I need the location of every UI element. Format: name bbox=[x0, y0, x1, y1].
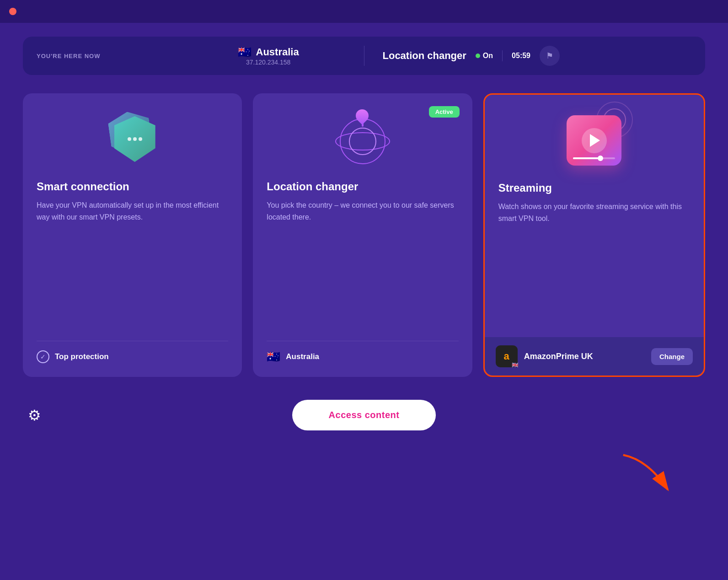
pin-head bbox=[353, 107, 371, 125]
location-changer-title: Location changer bbox=[267, 180, 458, 193]
header-right: Location changer On 05:59 ⚑ bbox=[383, 46, 692, 66]
location-changer-footer: 🇦🇺 Australia bbox=[267, 341, 458, 363]
country-flag: 🇦🇺 bbox=[238, 46, 252, 59]
streaming-card[interactable]: Streaming Watch shows on your favorite s… bbox=[483, 93, 705, 377]
streaming-device-icon bbox=[567, 115, 621, 166]
smart-connection-card[interactable]: Smart connection Have your VPN automatic… bbox=[23, 93, 242, 377]
ip-address: 37.120.234.158 bbox=[246, 59, 290, 66]
amazon-letter: a bbox=[504, 350, 509, 362]
streaming-icon-area bbox=[498, 108, 690, 172]
play-circle-icon bbox=[582, 128, 607, 153]
arrow-annotation bbox=[618, 450, 678, 500]
shield-dot bbox=[133, 137, 137, 141]
footer-country: Australia bbox=[286, 352, 319, 361]
status-dot bbox=[476, 54, 480, 58]
header: YOU'RE HERE NOW 🇦🇺 Australia 37.120.234.… bbox=[23, 37, 705, 75]
country-name: Australia bbox=[256, 46, 299, 58]
amazon-logo: a 🇬🇧 bbox=[496, 345, 518, 367]
flag-button[interactable]: ⚑ bbox=[540, 46, 560, 66]
timer: 05:59 bbox=[512, 52, 530, 60]
location-changer-desc: You pick the country – we connect you to… bbox=[267, 199, 458, 341]
protection-label: Top protection bbox=[55, 352, 109, 361]
streaming-footer: a 🇬🇧 AmazonPrime UK Change bbox=[485, 337, 704, 376]
play-triangle-icon bbox=[590, 134, 600, 147]
streaming-desc: Watch shows on your favorite streaming s… bbox=[498, 201, 690, 337]
vpn-status: On bbox=[476, 52, 493, 60]
close-button[interactable] bbox=[9, 8, 16, 15]
globe-inner-icon bbox=[349, 128, 376, 155]
location-pin-icon bbox=[356, 109, 369, 128]
streaming-service-name: AmazonPrime UK bbox=[524, 352, 645, 361]
progress-bar-area bbox=[573, 157, 615, 159]
protection-shield-icon: ✓ bbox=[37, 350, 49, 363]
bottom-area: ⚙ Access content bbox=[0, 400, 728, 430]
title-bar bbox=[0, 0, 728, 23]
progress-track bbox=[573, 157, 615, 159]
progress-thumb bbox=[598, 156, 603, 161]
cards-area: Smart connection Have your VPN automatic… bbox=[23, 93, 705, 377]
amazon-flag: 🇬🇧 bbox=[512, 362, 519, 368]
you-are-here-label: YOU'RE HERE NOW bbox=[37, 53, 191, 59]
location-changer-header-label: Location changer bbox=[383, 50, 466, 62]
active-badge: Active bbox=[429, 106, 460, 118]
smart-connection-footer: ✓ Top protection bbox=[37, 341, 228, 363]
smart-connection-desc: Have your VPN automatically set up in th… bbox=[37, 199, 228, 341]
smart-connection-title: Smart connection bbox=[37, 180, 228, 193]
change-service-button[interactable]: Change bbox=[651, 348, 693, 365]
smart-connection-illustration bbox=[101, 112, 165, 166]
shield-icon bbox=[114, 116, 155, 162]
shield-dots bbox=[128, 137, 142, 141]
header-location-info: 🇦🇺 Australia 37.120.234.158 bbox=[191, 46, 364, 66]
shield-dot bbox=[128, 137, 131, 141]
settings-button[interactable]: ⚙ bbox=[23, 404, 46, 427]
footer-flag: 🇦🇺 bbox=[267, 350, 280, 363]
streaming-title: Streaming bbox=[498, 182, 690, 194]
access-content-button[interactable]: Access content bbox=[292, 400, 436, 430]
shield-dot bbox=[139, 137, 142, 141]
progress-fill bbox=[573, 157, 598, 159]
location-changer-illustration bbox=[335, 109, 390, 169]
header-country: 🇦🇺 Australia bbox=[238, 46, 299, 59]
smart-connection-icon-area bbox=[37, 107, 228, 171]
header-divider bbox=[502, 50, 503, 61]
streaming-illustration bbox=[562, 108, 626, 172]
status-text: On bbox=[483, 52, 493, 60]
location-changer-card[interactable]: Active Location changer You pick the cou… bbox=[253, 93, 472, 377]
